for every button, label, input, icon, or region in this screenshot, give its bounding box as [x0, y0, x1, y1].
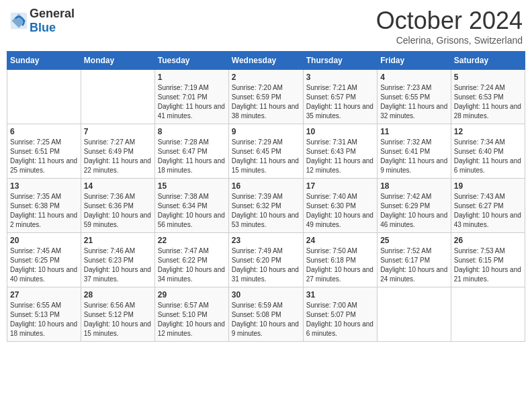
calendar-table: SundayMondayTuesdayWednesdayThursdayFrid… — [7, 51, 525, 342]
day-number: 8 — [158, 127, 226, 136]
day-number: 23 — [232, 236, 300, 245]
day-info: Sunrise: 7:45 AM Sunset: 6:25 PM Dayligh… — [10, 246, 78, 284]
calendar-cell: 29Sunrise: 6:57 AM Sunset: 5:10 PM Dayli… — [154, 287, 228, 342]
day-number: 19 — [454, 181, 522, 191]
day-info: Sunrise: 7:31 AM Sunset: 6:43 PM Dayligh… — [306, 138, 374, 175]
calendar-cell: 18Sunrise: 7:42 AM Sunset: 6:29 PM Dayli… — [378, 179, 451, 233]
day-info: Sunrise: 7:28 AM Sunset: 6:47 PM Dayligh… — [158, 138, 226, 175]
day-info: Sunrise: 7:34 AM Sunset: 6:40 PM Dayligh… — [454, 138, 522, 175]
day-info: Sunrise: 7:40 AM Sunset: 6:30 PM Dayligh… — [306, 192, 374, 230]
day-info: Sunrise: 7:21 AM Sunset: 6:57 PM Dayligh… — [306, 83, 374, 121]
day-info: Sunrise: 7:36 AM Sunset: 6:36 PM Dayligh… — [84, 192, 152, 230]
calendar-cell: 13Sunrise: 7:35 AM Sunset: 6:38 PM Dayli… — [7, 179, 81, 233]
day-info: Sunrise: 6:57 AM Sunset: 5:10 PM Dayligh… — [158, 301, 226, 338]
calendar-week-3: 13Sunrise: 7:35 AM Sunset: 6:38 PM Dayli… — [7, 179, 525, 233]
calendar-week-4: 20Sunrise: 7:45 AM Sunset: 6:25 PM Dayli… — [7, 233, 525, 287]
header-wednesday: Wednesday — [228, 52, 303, 70]
logo-blue: Blue — [30, 21, 56, 34]
day-number: 25 — [380, 236, 448, 245]
calendar-cell: 26Sunrise: 7:53 AM Sunset: 6:15 PM Dayli… — [451, 233, 525, 287]
calendar-cell: 14Sunrise: 7:36 AM Sunset: 6:36 PM Dayli… — [81, 179, 154, 233]
calendar-cell: 5Sunrise: 7:24 AM Sunset: 6:53 PM Daylig… — [451, 70, 525, 124]
calendar-cell: 7Sunrise: 7:27 AM Sunset: 6:49 PM Daylig… — [81, 124, 154, 179]
day-info: Sunrise: 6:55 AM Sunset: 5:13 PM Dayligh… — [10, 301, 78, 338]
calendar-week-1: 1Sunrise: 7:19 AM Sunset: 7:01 PM Daylig… — [7, 70, 525, 124]
day-info: Sunrise: 7:24 AM Sunset: 6:53 PM Dayligh… — [454, 83, 522, 121]
day-info: Sunrise: 7:25 AM Sunset: 6:51 PM Dayligh… — [10, 138, 78, 175]
day-info: Sunrise: 7:50 AM Sunset: 6:18 PM Dayligh… — [306, 246, 374, 284]
header-thursday: Thursday — [303, 52, 377, 70]
calendar-cell: 12Sunrise: 7:34 AM Sunset: 6:40 PM Dayli… — [451, 124, 525, 179]
calendar-cell: 1Sunrise: 7:19 AM Sunset: 7:01 PM Daylig… — [154, 70, 228, 124]
day-number: 21 — [84, 236, 152, 245]
day-number: 18 — [380, 181, 448, 191]
day-info: Sunrise: 7:53 AM Sunset: 6:15 PM Dayligh… — [454, 246, 522, 284]
day-number: 15 — [158, 181, 226, 191]
day-number: 24 — [306, 236, 374, 245]
logo-general: General — [30, 7, 75, 20]
header-tuesday: Tuesday — [154, 52, 228, 70]
calendar-cell — [81, 70, 154, 124]
calendar-cell: 24Sunrise: 7:50 AM Sunset: 6:18 PM Dayli… — [303, 233, 377, 287]
day-info: Sunrise: 7:39 AM Sunset: 6:32 PM Dayligh… — [232, 192, 300, 230]
header-friday: Friday — [378, 52, 451, 70]
day-number: 7 — [84, 127, 152, 136]
calendar-cell: 28Sunrise: 6:56 AM Sunset: 5:12 PM Dayli… — [81, 287, 154, 342]
day-info: Sunrise: 7:42 AM Sunset: 6:29 PM Dayligh… — [380, 192, 448, 230]
calendar-cell — [451, 287, 525, 342]
calendar-body: 1Sunrise: 7:19 AM Sunset: 7:01 PM Daylig… — [7, 70, 525, 342]
day-number: 20 — [10, 236, 78, 245]
calendar-header-row: SundayMondayTuesdayWednesdayThursdayFrid… — [7, 52, 525, 70]
calendar-cell: 27Sunrise: 6:55 AM Sunset: 5:13 PM Dayli… — [7, 287, 81, 342]
calendar-cell: 22Sunrise: 7:47 AM Sunset: 6:22 PM Dayli… — [154, 233, 228, 287]
calendar-week-2: 6Sunrise: 7:25 AM Sunset: 6:51 PM Daylig… — [7, 124, 525, 179]
day-info: Sunrise: 7:23 AM Sunset: 6:55 PM Dayligh… — [380, 83, 448, 121]
calendar-cell: 16Sunrise: 7:39 AM Sunset: 6:32 PM Dayli… — [228, 179, 303, 233]
day-number: 17 — [306, 181, 374, 191]
day-number: 27 — [10, 290, 78, 300]
header-monday: Monday — [81, 52, 154, 70]
day-info: Sunrise: 7:00 AM Sunset: 5:07 PM Dayligh… — [306, 301, 374, 338]
day-number: 29 — [158, 290, 226, 300]
day-info: Sunrise: 7:32 AM Sunset: 6:41 PM Dayligh… — [380, 138, 448, 175]
calendar-cell: 11Sunrise: 7:32 AM Sunset: 6:41 PM Dayli… — [378, 124, 451, 179]
calendar-week-5: 27Sunrise: 6:55 AM Sunset: 5:13 PM Dayli… — [7, 287, 525, 342]
day-number: 12 — [454, 127, 522, 136]
day-info: Sunrise: 6:59 AM Sunset: 5:08 PM Dayligh… — [232, 301, 300, 338]
page-header: General Blue October 2024 Celerina, Gris… — [7, 7, 525, 46]
day-info: Sunrise: 7:49 AM Sunset: 6:20 PM Dayligh… — [232, 246, 300, 284]
day-number: 30 — [232, 290, 300, 300]
header-saturday: Saturday — [451, 52, 525, 70]
day-number: 13 — [10, 181, 78, 191]
calendar-cell: 20Sunrise: 7:45 AM Sunset: 6:25 PM Dayli… — [7, 233, 81, 287]
day-number: 5 — [454, 73, 522, 82]
day-number: 1 — [158, 73, 226, 82]
day-number: 16 — [232, 181, 300, 191]
day-number: 9 — [232, 127, 300, 136]
day-info: Sunrise: 6:56 AM Sunset: 5:12 PM Dayligh… — [84, 301, 152, 338]
header-sunday: Sunday — [7, 52, 81, 70]
day-info: Sunrise: 7:52 AM Sunset: 6:17 PM Dayligh… — [380, 246, 448, 284]
day-info: Sunrise: 7:38 AM Sunset: 6:34 PM Dayligh… — [158, 192, 226, 230]
day-number: 14 — [84, 181, 152, 191]
calendar-cell — [7, 70, 81, 124]
calendar-cell: 31Sunrise: 7:00 AM Sunset: 5:07 PM Dayli… — [303, 287, 377, 342]
location-subtitle: Celerina, Grisons, Switzerland — [376, 35, 523, 46]
day-info: Sunrise: 7:29 AM Sunset: 6:45 PM Dayligh… — [232, 138, 300, 175]
calendar-cell: 19Sunrise: 7:43 AM Sunset: 6:27 PM Dayli… — [451, 179, 525, 233]
day-info: Sunrise: 7:43 AM Sunset: 6:27 PM Dayligh… — [454, 192, 522, 230]
day-info: Sunrise: 7:20 AM Sunset: 6:59 PM Dayligh… — [232, 83, 300, 121]
day-number: 26 — [454, 236, 522, 245]
calendar-cell — [378, 287, 451, 342]
day-info: Sunrise: 7:27 AM Sunset: 6:49 PM Dayligh… — [84, 138, 152, 175]
day-number: 10 — [306, 127, 374, 136]
day-info: Sunrise: 7:35 AM Sunset: 6:38 PM Dayligh… — [10, 192, 78, 230]
logo-icon — [9, 11, 28, 30]
title-block: October 2024 Celerina, Grisons, Switzerl… — [376, 7, 523, 46]
calendar-cell: 2Sunrise: 7:20 AM Sunset: 6:59 PM Daylig… — [228, 70, 303, 124]
logo: General Blue — [9, 7, 75, 35]
day-number: 2 — [232, 73, 300, 82]
day-info: Sunrise: 7:46 AM Sunset: 6:23 PM Dayligh… — [84, 246, 152, 284]
day-number: 3 — [306, 73, 374, 82]
day-number: 31 — [306, 290, 374, 300]
